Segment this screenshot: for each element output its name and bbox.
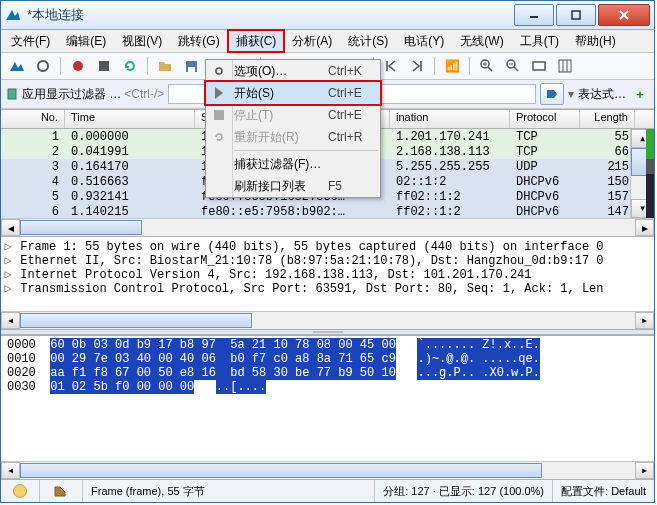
menu-统计s[interactable]: 统计(S) bbox=[340, 30, 396, 52]
menuitem-label: 重新开始(R) bbox=[232, 129, 328, 146]
maximize-button[interactable] bbox=[556, 4, 596, 26]
menu-分析a[interactable]: 分析(A) bbox=[284, 30, 340, 52]
column-protocol[interactable]: Protocol bbox=[510, 110, 580, 128]
menu-捕获c[interactable]: 捕获(C) bbox=[228, 30, 285, 52]
interfaces-icon[interactable] bbox=[5, 54, 29, 78]
restart-icon bbox=[206, 131, 232, 143]
column-ination[interactable]: ination bbox=[390, 110, 510, 128]
status-bar: Frame (frame), 55 字节 分组: 127 · 已显示: 127 … bbox=[1, 479, 654, 502]
gear-icon bbox=[206, 65, 232, 77]
filter-apply-button[interactable] bbox=[540, 83, 564, 105]
packet-details[interactable]: ▷ Frame 1: 55 bytes on wire (440 bits), … bbox=[1, 236, 654, 329]
bookmark-icon[interactable] bbox=[5, 87, 19, 101]
options-icon[interactable] bbox=[31, 54, 55, 78]
menuitem-label: 开始(S) bbox=[232, 85, 328, 102]
svg-rect-1 bbox=[572, 11, 580, 19]
close-button[interactable] bbox=[598, 4, 650, 26]
menu-文件f[interactable]: 文件(F) bbox=[3, 30, 58, 52]
svg-rect-20 bbox=[533, 62, 545, 70]
status-packets: 分组: 127 · 已显示: 127 (100.0%) bbox=[374, 480, 552, 502]
hscrollbar[interactable]: ◂▸ bbox=[1, 461, 654, 479]
restart-icon[interactable] bbox=[118, 54, 142, 78]
detail-line[interactable]: ▷ Ethernet II, Src: BiostarM_21:10:78 (b… bbox=[3, 253, 652, 267]
hex-row[interactable]: 0030 01 02 5b f0 00 00 00 ..[.... bbox=[7, 380, 648, 394]
hex-row[interactable]: 0010 00 29 7e 03 40 00 40 06 b0 f7 c0 a8… bbox=[7, 352, 648, 366]
menuitem-捕获过滤器f[interactable]: 捕获过滤器(F)… bbox=[206, 153, 380, 175]
menuitem-重新开始r: 重新开始(R)Ctrl+R bbox=[206, 126, 380, 148]
minimize-button[interactable] bbox=[514, 4, 554, 26]
menu-跳转g[interactable]: 跳转(G) bbox=[170, 30, 227, 52]
expert-info-icon[interactable] bbox=[13, 484, 27, 498]
open-icon[interactable] bbox=[153, 54, 177, 78]
svg-rect-6 bbox=[99, 61, 109, 71]
filter-label: 应用显示过滤器 … bbox=[22, 86, 121, 103]
menuitem-label: 选项(O)… bbox=[232, 63, 328, 80]
zoom-out-icon[interactable] bbox=[501, 54, 525, 78]
menuitem-shortcut: F5 bbox=[328, 179, 380, 193]
start-icon[interactable] bbox=[66, 54, 90, 78]
last-icon[interactable] bbox=[405, 54, 429, 78]
menuitem-开始s[interactable]: 开始(S)Ctrl+E bbox=[206, 82, 380, 104]
menubar: 文件(F)编辑(E)视图(V)跳转(G)捕获(C)分析(A)统计(S)电话(Y)… bbox=[1, 30, 654, 53]
scroll-left-icon[interactable]: ◂ bbox=[1, 219, 20, 236]
svg-point-25 bbox=[216, 68, 222, 74]
menuitem-shortcut: Ctrl+E bbox=[328, 86, 380, 100]
expression-link[interactable]: 表达式… bbox=[578, 86, 626, 103]
menu-工具t[interactable]: 工具(T) bbox=[512, 30, 567, 52]
menuitem-shortcut: Ctrl+R bbox=[328, 130, 380, 144]
column-time[interactable]: Time bbox=[65, 110, 195, 128]
menuitem-label: 刷新接口列表 bbox=[232, 178, 328, 195]
app-icon bbox=[5, 7, 21, 23]
svg-rect-21 bbox=[559, 60, 571, 72]
packet-bytes[interactable]: 0000 60 0b 03 0d b9 17 b8 97 5a 21 10 78… bbox=[1, 335, 654, 479]
hex-row[interactable]: 0000 60 0b 03 0d b9 17 b8 97 5a 21 10 78… bbox=[7, 338, 648, 352]
expander-icon[interactable]: ▷ bbox=[3, 281, 13, 296]
expander-icon[interactable]: ▷ bbox=[3, 267, 13, 282]
autoscroll-icon[interactable]: 📶 bbox=[440, 54, 464, 78]
capture-file-icon[interactable] bbox=[39, 480, 82, 502]
svg-rect-24 bbox=[8, 89, 16, 99]
stop-icon bbox=[206, 110, 232, 120]
stop-icon[interactable] bbox=[92, 54, 116, 78]
menuitem-停止t: 停止(T)Ctrl+E bbox=[206, 104, 380, 126]
menuitem-刷新接口列表[interactable]: 刷新接口列表F5 bbox=[206, 175, 380, 197]
filter-hint: <Ctrl-/> bbox=[124, 87, 164, 101]
column-length[interactable]: Length bbox=[580, 110, 635, 128]
menuitem-label: 停止(T) bbox=[232, 107, 328, 124]
zoom-reset-icon[interactable] bbox=[527, 54, 551, 78]
scroll-right-icon[interactable]: ▸ bbox=[635, 219, 654, 236]
save-icon[interactable] bbox=[179, 54, 203, 78]
status-profile[interactable]: 配置文件: Default bbox=[552, 480, 654, 502]
hscrollbar[interactable]: ◂▸ bbox=[1, 311, 654, 329]
play-icon bbox=[206, 87, 232, 99]
add-filter-button[interactable]: ＋ bbox=[630, 84, 650, 104]
capture-menu-dropdown: 选项(O)…Ctrl+K开始(S)Ctrl+E停止(T)Ctrl+E重新开始(R… bbox=[205, 59, 381, 198]
detail-line[interactable]: ▷ Frame 1: 55 bytes on wire (440 bits), … bbox=[3, 239, 652, 253]
detail-line[interactable]: ▷ Transmission Control Protocol, Src Por… bbox=[3, 281, 652, 295]
menuitem-shortcut: Ctrl+K bbox=[328, 64, 380, 78]
resize-cols-icon[interactable] bbox=[553, 54, 577, 78]
menu-电话y[interactable]: 电话(Y) bbox=[396, 30, 452, 52]
menu-帮助h[interactable]: 帮助(H) bbox=[567, 30, 624, 52]
window-title: *本地连接 bbox=[27, 6, 512, 24]
svg-rect-26 bbox=[214, 110, 224, 120]
expander-icon[interactable]: ▷ bbox=[3, 239, 13, 254]
zoom-in-icon[interactable] bbox=[475, 54, 499, 78]
svg-line-18 bbox=[514, 67, 518, 71]
expander-icon[interactable]: ▷ bbox=[3, 253, 13, 268]
status-frame: Frame (frame), 55 字节 bbox=[82, 480, 374, 502]
svg-line-14 bbox=[488, 67, 492, 71]
menu-无线w[interactable]: 无线(W) bbox=[452, 30, 511, 52]
first-icon[interactable] bbox=[379, 54, 403, 78]
svg-point-4 bbox=[38, 61, 48, 71]
packet-row[interactable]: 61.140215fe80::e5:7958:b902:…ff02::1:2DH… bbox=[1, 204, 654, 218]
menu-编辑e[interactable]: 编辑(E) bbox=[58, 30, 114, 52]
menuitem-选项o[interactable]: 选项(O)…Ctrl+K bbox=[206, 60, 380, 82]
detail-line[interactable]: ▷ Internet Protocol Version 4, Src: 192.… bbox=[3, 267, 652, 281]
svg-rect-8 bbox=[188, 67, 195, 72]
menu-视图v[interactable]: 视图(V) bbox=[114, 30, 170, 52]
menuitem-label: 捕获过滤器(F)… bbox=[232, 156, 328, 173]
hscrollbar[interactable]: ◂ ▸ bbox=[1, 218, 654, 236]
hex-row[interactable]: 0020 aa f1 f8 67 00 50 e8 16 bd 58 30 be… bbox=[7, 366, 648, 380]
column-no[interactable]: No. bbox=[1, 110, 65, 128]
